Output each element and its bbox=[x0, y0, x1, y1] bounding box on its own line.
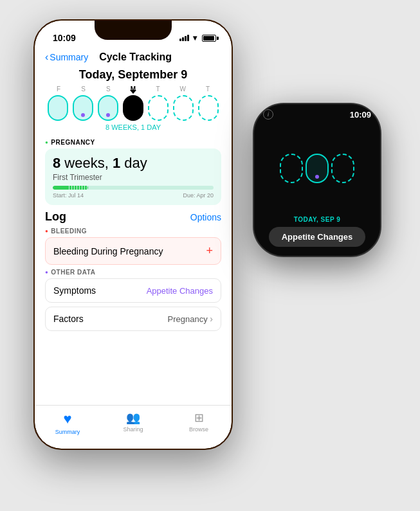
other-data-label: ● OTHER DATA bbox=[45, 269, 221, 276]
weeks-label: 8 WEEKS, 1 DAY bbox=[45, 123, 221, 131]
symptoms-item[interactable]: Symptoms Appetite Changes bbox=[45, 278, 221, 303]
watch-circle-center bbox=[306, 154, 329, 183]
heart-icon: ♥ bbox=[63, 411, 71, 427]
sharing-icon: 👥 bbox=[126, 411, 140, 425]
watch-screen: i 10:09 TODAY, SEP 9 Appetite Changes bbox=[254, 104, 380, 256]
apple-watch: i 10:09 TODAY, SEP 9 Appetite Changes bbox=[253, 103, 381, 257]
pregnancy-weeks: 8 weeks, 1 day bbox=[53, 155, 214, 172]
tab-summary-label: Summary bbox=[55, 429, 80, 435]
other-data-section: ● OTHER DATA Symptoms Appetite Changes F… bbox=[45, 269, 221, 331]
watch-circle-right bbox=[331, 154, 354, 183]
tab-bar: ♥ Summary 👥 Sharing ⊞ Browse bbox=[35, 405, 232, 449]
cal-circle-sat[interactable] bbox=[73, 95, 93, 121]
nav-title: Cycle Tracking bbox=[88, 51, 183, 63]
period-dot-sat bbox=[81, 113, 85, 117]
progress-dates: Start: Jul 14 Due: Apr 20 bbox=[53, 192, 214, 199]
cal-circle-wed[interactable] bbox=[173, 95, 194, 121]
content-area: Today, September 9 F S S M T W T bbox=[35, 68, 232, 335]
watch-status-bar: i 10:09 bbox=[254, 104, 380, 120]
cal-circle-tue[interactable] bbox=[148, 95, 169, 121]
cal-circle-thu[interactable] bbox=[198, 95, 219, 121]
today-indicator bbox=[130, 90, 136, 94]
tab-browse[interactable]: ⊞ Browse bbox=[166, 411, 232, 433]
battery-icon bbox=[202, 35, 216, 42]
back-label: Summary bbox=[50, 52, 88, 62]
status-time: 10:09 bbox=[53, 33, 76, 43]
browse-icon: ⊞ bbox=[194, 411, 204, 425]
iphone-notch bbox=[95, 21, 172, 40]
tab-sharing[interactable]: 👥 Sharing bbox=[100, 411, 166, 433]
status-icons: ▾ bbox=[179, 33, 216, 42]
day-t1: T bbox=[147, 85, 169, 93]
log-title: Log bbox=[45, 210, 66, 224]
day-t2: T bbox=[197, 85, 219, 93]
watch-appetite-pill: Appetite Changes bbox=[269, 227, 366, 247]
trimester-label: First Trimester bbox=[53, 173, 214, 182]
factors-label: Factors bbox=[53, 314, 84, 324]
tab-sharing-label: Sharing bbox=[123, 426, 143, 433]
add-bleeding-icon[interactable]: + bbox=[206, 244, 213, 258]
pregnancy-section-label: ● PREGNANCY bbox=[45, 139, 221, 146]
day-s2: S bbox=[97, 85, 119, 93]
due-date: Due: Apr 20 bbox=[183, 192, 214, 199]
factors-item[interactable]: Factors Pregnancy › bbox=[45, 307, 221, 331]
tab-summary[interactable]: ♥ Summary bbox=[35, 411, 100, 435]
progress-fill bbox=[53, 186, 88, 190]
watch-cycle-area bbox=[273, 122, 361, 215]
factors-chevron-icon: › bbox=[210, 314, 213, 324]
calendar-circles bbox=[45, 95, 221, 121]
back-button[interactable]: ‹ Summary bbox=[45, 51, 88, 63]
watch-time: 10:09 bbox=[350, 110, 371, 120]
day-w: W bbox=[172, 85, 194, 93]
bleeding-label: Bleeding During Pregnancy bbox=[53, 246, 163, 256]
progress-bar bbox=[53, 186, 214, 190]
log-header: Log Options bbox=[45, 210, 221, 224]
cal-circle-fri[interactable] bbox=[48, 95, 68, 121]
nav-bar: ‹ Summary Cycle Tracking bbox=[35, 49, 232, 68]
bleeding-item[interactable]: Bleeding During Pregnancy + bbox=[45, 237, 221, 265]
watch-circle-left bbox=[280, 154, 303, 183]
scene: 10:09 ▾ ‹ Summary Cycle Tracking bbox=[0, 0, 420, 511]
watch-info-icon: i bbox=[263, 109, 273, 120]
iphone-device: 10:09 ▾ ‹ Summary Cycle Tracking bbox=[33, 19, 233, 450]
day-f: F bbox=[48, 85, 69, 93]
watch-date: TODAY, SEP 9 bbox=[294, 216, 341, 223]
factors-value: Pregnancy › bbox=[168, 314, 213, 324]
watch-pill-text: Appetite Changes bbox=[282, 232, 353, 242]
cal-circle-today[interactable] bbox=[123, 95, 143, 121]
pregnancy-section: ● PREGNANCY 8 weeks, 1 day First Trimest… bbox=[45, 139, 221, 205]
options-button[interactable]: Options bbox=[190, 212, 221, 222]
bleeding-section-label: ● BLEEDING bbox=[45, 228, 221, 235]
signal-icon bbox=[179, 35, 189, 41]
symptoms-value: Appetite Changes bbox=[147, 286, 213, 296]
date-header: Today, September 9 bbox=[45, 68, 221, 82]
calendar-strip: F S S M T W T bbox=[45, 85, 221, 134]
pregnancy-card[interactable]: 8 weeks, 1 day First Trimester Start: Ju… bbox=[45, 148, 221, 205]
day-s1: S bbox=[73, 85, 95, 93]
back-chevron-icon: ‹ bbox=[45, 51, 48, 63]
period-dot-sun bbox=[106, 113, 110, 117]
tab-browse-label: Browse bbox=[189, 426, 208, 433]
symptoms-label: Symptoms bbox=[53, 285, 96, 296]
watch-period-dot bbox=[315, 175, 319, 179]
start-date: Start: Jul 14 bbox=[53, 192, 84, 199]
wifi-icon: ▾ bbox=[193, 33, 197, 42]
cal-circle-sun[interactable] bbox=[98, 95, 118, 121]
iphone-screen: 10:09 ▾ ‹ Summary Cycle Tracking bbox=[35, 21, 232, 449]
